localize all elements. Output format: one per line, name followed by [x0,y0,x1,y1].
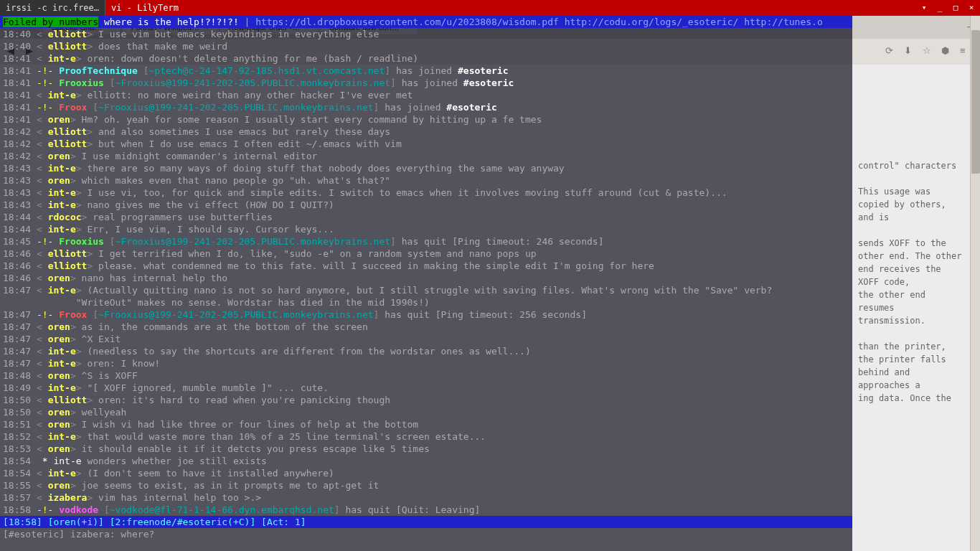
status-user: [oren(+i)] [48,517,104,527]
chat-line: 18:47 < int-e> (needless to say the shor… [0,345,852,357]
scrollbar[interactable] [970,16,980,551]
chat-line: 18:44 < rdococ> real programmers use but… [0,211,852,223]
chat-line: 18:52 < int-e> that would waste more tha… [0,430,852,443]
input-prefix: [#esoteric] [3,529,70,540]
irssi-status-bar: [18:58] [oren(+i)] [2:freenode/#esoteric… [0,516,852,528]
window-titlebar[interactable]: irssi -c irc.free… vi - LilyTerm ▾ _ □ × [0,0,980,16]
chat-line: 18:43 < int-e> I use vi, too, for quick … [0,187,852,199]
terminal[interactable]: Foiled by numbers where is the help!?!?!… [0,16,852,551]
close-icon[interactable]: × [966,2,977,14]
chat-line: 18:43 < int-e> there are so many ways of… [0,162,852,174]
chat-line: 18:46 < elliott> I get terrified when I … [0,248,852,260]
irssi-input[interactable]: [#esoteric] izabera: where? [0,528,852,540]
chat-line: 18:42 < elliott> and also sometimes I us… [0,126,852,138]
chat-line: 18:49 < int-e> "[ XOFF ignored, mumble m… [0,382,852,394]
chat-line: 18:47 -!- Froox [~Frooxius@199-241-202-2… [0,309,852,321]
chat-line: 18:42 < oren> I use midnight commander's… [0,150,852,162]
chat-line: 18:41 -!- Frooxius [~Frooxius@199-241-20… [0,77,852,89]
input-text: izabera: where? [70,529,154,540]
status-time: [18:58] [3,517,42,527]
chat-line: 18:41 < int-e> elliott: no more weird th… [0,89,852,101]
chat-line: 18:44 < int-e> Err, I use vim, I should … [0,223,852,235]
chat-line: 18:47 < int-e> (Actually quitting nano i… [0,284,852,296]
chat-line: 18:41 -!- Froox [~Frooxius@199-241-202-2… [0,101,852,113]
status-activity: [Act: 1] [261,517,306,527]
chat-line: 18:46 < oren> nano has internal help tho [0,272,852,284]
chat-line: 18:55 < oren> joe seems to exist, as in … [0,479,852,491]
chat-line: 18:45 -!- Frooxius [~Frooxius@199-241-20… [0,235,852,248]
browser-peek: control" characters This usage was copie… [852,16,970,551]
chat-line: 18:46 < elliott> please. what condemned … [0,260,852,272]
chat-line: 18:41 < oren> Hm? oh. yeah for some reas… [0,113,852,126]
status-channel: [2:freenode/#esoteric(+C)] [110,517,256,527]
chat-line: 18:47 < oren> as in, the commands are at… [0,321,852,333]
maximize-icon[interactable]: □ [950,2,961,14]
chat-line: 18:41 -!- ProofTechnique [~ptech@c-24-14… [0,65,852,77]
scrollbar-thumb[interactable] [971,30,980,174]
chat-line: 18:53 < oren> it should enable it if it … [0,443,852,455]
chat-line: 18:40 < elliott> I use vim but emacs key… [0,28,852,40]
chat-line: 18:57 < izabera> vim has internal help t… [0,491,852,504]
minimize-icon[interactable]: _ [934,2,946,14]
chat-line: 18:54 < int-e> (I don't seem to have it … [0,467,852,479]
chat-line: 18:47 < int-e> oren: I know! [0,357,852,369]
chat-line: 18:48 < oren> ^S is XOFF [0,369,852,382]
chat-line: 18:47 < oren> ^X Exit [0,333,852,345]
pin-icon[interactable]: ▾ [918,2,930,14]
chat-log: 18:40 < elliott> I use vim but emacs key… [0,28,852,516]
chat-line: 18:43 < oren> which makes even that nano… [0,174,852,187]
chat-line: 18:50 < oren> wellyeah [0,406,852,418]
taskbar-label: irssi -c irc.free… [6,3,99,13]
chat-line: 18:43 < int-e> nano gives me the vi effe… [0,199,852,211]
topic-text: where is the help!?!?!?! [98,17,239,27]
window-title: vi - LilyTerm [105,1,184,14]
chat-line: 18:40 < elliott> does that make me weird [0,40,852,52]
window-controls: ▾ _ □ × [918,2,977,14]
chat-line: 18:42 < elliott> but when I do use emacs… [0,138,852,150]
irssi-topic-bar: Foiled by numbers where is the help!?!?!… [0,16,852,28]
topic-highlight: Foiled by numbers [3,17,98,27]
topic-urls: | https://dl.dropboxusercontent.com/u/20… [239,17,823,27]
chat-line: 18:50 < elliott> oren: it's hard to read… [0,394,852,406]
chat-line: 18:54 * int-e wonders whether joe still … [0,455,852,467]
chat-line: 18:41 < int-e> oren: down doesn't delete… [0,52,852,65]
chat-line: "WriteOut" makes no sense. Wordstar has … [0,296,852,309]
chat-line: 18:58 -!- vodkode [~vodkode@fl-71-1-14-6… [0,504,852,516]
browser-peek-text: control" characters This usage was copie… [858,159,964,405]
taskbar-item-irssi[interactable]: irssi -c irc.free… [0,0,105,16]
chat-line: 18:51 < oren> I wish vi had like three o… [0,418,852,430]
